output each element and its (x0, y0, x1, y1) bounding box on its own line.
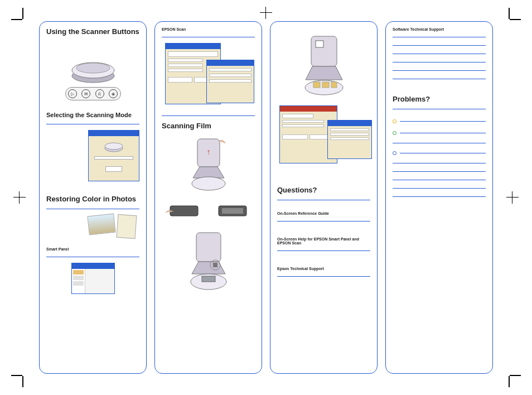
scanner-button-print-icon: ⎙ (95, 89, 104, 98)
blank-line (400, 121, 486, 122)
screenshot-epson-scan-settings (206, 60, 254, 103)
problem-item-1 (393, 119, 486, 123)
crop-mark-bottom-left (11, 373, 26, 387)
registration-mark-left (13, 191, 26, 204)
bullet-yellow-icon (393, 119, 396, 123)
svg-rect-22 (313, 82, 320, 88)
document-panels: Using the Scanner Buttons ▷ ✉ ⎙ ◈ Select… (39, 21, 493, 374)
label-onscreen-help: On-Screen Help for EPSON Smart Panel and… (277, 237, 370, 245)
svg-point-7 (192, 177, 225, 190)
scanner-loading-film-icon (186, 232, 231, 293)
panel-questions: Questions? On-Screen Reference Guide On-… (270, 21, 378, 374)
crop-mark-top-right (506, 8, 521, 22)
film-holder-left-icon (165, 201, 204, 220)
problem-item-2 (393, 131, 486, 135)
svg-text:↑: ↑ (206, 147, 210, 156)
scanner-buttons-bar: ▷ ✉ ⎙ ◈ (65, 87, 121, 100)
divider (393, 109, 486, 109)
label-tech-support: Epson Technical Support (277, 267, 370, 271)
blank-line (393, 171, 486, 172)
heading-restoring-color: Restoring Color in Photos (46, 195, 139, 203)
divider (162, 37, 255, 37)
blank-line (393, 196, 486, 197)
svg-marker-6 (193, 167, 224, 178)
panel-using-scanner-buttons: Using the Scanner Buttons ▷ ✉ ⎙ ◈ Select… (39, 21, 147, 374)
svg-rect-12 (196, 233, 221, 262)
scanner-button-mail-icon: ✉ (81, 89, 90, 98)
screenshot-color-restore-adjust (327, 120, 372, 159)
divider (46, 209, 139, 209)
sample-document-icon (117, 214, 137, 239)
scanner-button-start-icon: ▷ (68, 89, 77, 98)
divider (393, 37, 486, 37)
svg-rect-9 (170, 206, 198, 216)
heading-scanning-film: Scanning Film (162, 122, 255, 130)
svg-rect-15 (202, 276, 215, 282)
film-holder-right-icon (213, 201, 252, 220)
heading-using-scanner-buttons: Using the Scanner Buttons (46, 27, 139, 36)
blank-line (400, 133, 486, 133)
panel-problems: Software Technical Support Problems? (385, 21, 493, 374)
screenshot-scan-mode-dialog (88, 130, 139, 181)
blank-line (393, 79, 486, 79)
crop-mark-top-left (11, 8, 26, 22)
svg-point-2 (76, 63, 110, 73)
heading-smart-panel: Smart Panel (46, 247, 139, 251)
blank-line (393, 143, 486, 143)
screenshot-smart-panel (71, 263, 115, 294)
registration-mark-top (260, 7, 272, 19)
divider (277, 221, 370, 221)
scanner-with-photos-icon (299, 35, 349, 97)
divider (277, 251, 370, 251)
heading-software-technical-support: Software Technical Support (393, 27, 486, 31)
heading-selecting-scanning-mode: Selecting the Scanning Mode (46, 112, 139, 118)
svg-rect-24 (331, 82, 337, 88)
sample-photo-icon (87, 214, 115, 235)
blank-line (400, 153, 486, 153)
scanner-button-scan-icon: ◈ (109, 89, 118, 98)
scanner-open-diagram-icon: ↑ (186, 138, 231, 194)
blank-line (393, 45, 486, 46)
divider (46, 257, 139, 257)
label-reference-guide: On-Screen Reference Guide (277, 211, 370, 215)
panel-epson-scan-and-film: EPSON Scan (154, 21, 262, 374)
blank-line (393, 180, 486, 180)
blank-line (393, 54, 486, 54)
bullet-blue-icon (393, 151, 396, 155)
registration-mark-right (506, 191, 519, 204)
svg-rect-11 (222, 208, 243, 214)
divider (277, 200, 370, 200)
svg-rect-23 (322, 82, 329, 88)
divider (277, 276, 370, 277)
divider (162, 115, 255, 116)
blank-line (393, 62, 486, 62)
svg-rect-18 (311, 36, 337, 66)
svg-rect-17 (213, 263, 217, 267)
divider (46, 124, 139, 124)
problem-item-3 (393, 151, 486, 155)
blank-line (393, 163, 486, 163)
heading-questions: Questions? (277, 186, 370, 194)
svg-marker-20 (306, 66, 342, 80)
blank-line (393, 70, 486, 71)
svg-point-4 (105, 143, 123, 150)
blank-line (393, 188, 486, 189)
crop-mark-bottom-right (506, 373, 521, 387)
svg-rect-19 (316, 41, 323, 47)
heading-epson-scan: EPSON Scan (162, 27, 255, 31)
heading-problems: Problems? (393, 95, 486, 103)
bullet-green-icon (393, 131, 396, 135)
scanner-diagram-icon (68, 51, 118, 85)
